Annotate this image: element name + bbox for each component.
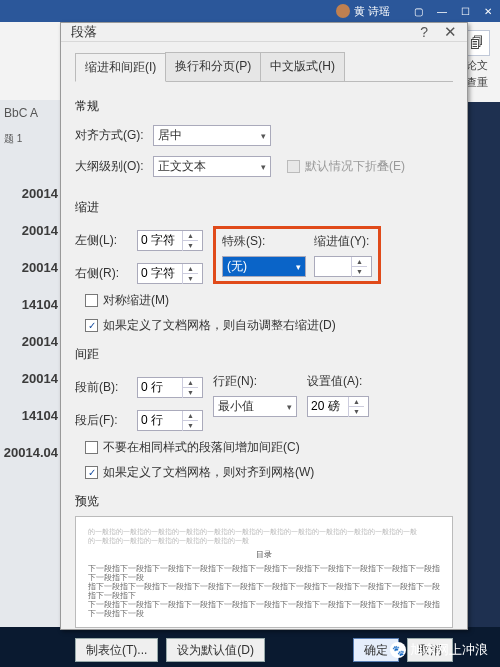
doc-num: 20014 xyxy=(22,223,58,238)
doc-num: 20014 xyxy=(22,186,58,201)
space-before-spinner[interactable]: ▲▼ xyxy=(137,377,203,398)
line-spacing-select[interactable]: 最小值 ▾ xyxy=(213,396,297,417)
preview-grey-line: 的一般指的一般指的一般指的一般指的一般指的一般指的一般指的一般指的一般指的一般指… xyxy=(88,527,440,536)
space-before-input[interactable] xyxy=(138,381,182,395)
alignment-value: 居中 xyxy=(158,127,182,144)
special-indent-value: (无) xyxy=(227,258,247,275)
tab-line-page-breaks[interactable]: 换行和分页(P) xyxy=(165,52,261,81)
preview-label: 预览 xyxy=(75,493,453,510)
space-after-spinner[interactable]: ▲▼ xyxy=(137,410,203,431)
no-space-same-style-checkbox[interactable] xyxy=(85,441,98,454)
spinner-buttons[interactable]: ▲▼ xyxy=(182,378,198,398)
dialog-title: 段落 xyxy=(71,23,97,41)
spinner-buttons[interactable]: ▲▼ xyxy=(348,397,364,417)
spinner-buttons[interactable]: ▲▼ xyxy=(351,257,367,277)
dialog-body: 缩进和间距(I) 换行和分页(P) 中文版式(H) 常规 对齐方式(G): 居中… xyxy=(61,42,467,667)
space-after-label: 段后(F): xyxy=(75,412,131,429)
paragraph-dialog: 段落 ? ✕ 缩进和间距(I) 换行和分页(P) 中文版式(H) 常规 对齐方式… xyxy=(60,22,468,630)
titlebar: 黄 诗瑶 ▢ — ☐ ✕ xyxy=(0,0,500,22)
indent-left-input[interactable] xyxy=(138,234,182,248)
style-name: 题 1 xyxy=(0,126,60,152)
close-window-icon[interactable]: ✕ xyxy=(484,6,492,17)
line-spacing-at-input[interactable] xyxy=(308,400,348,414)
preview-section: 预览 的一般指的一般指的一般指的一般指的一般指的一般指的一般指的一般指的一般指的… xyxy=(75,491,453,628)
avatar xyxy=(336,4,350,18)
document-margin: 20014 20014 20014 14104 20014 20014 1410… xyxy=(0,180,60,627)
window-controls: ▢ — ☐ ✕ xyxy=(414,6,492,17)
alignment-select[interactable]: 居中 ▾ xyxy=(153,125,271,146)
mirror-indent-checkbox[interactable] xyxy=(85,294,98,307)
mirror-indent-label: 对称缩进(M) xyxy=(103,292,169,309)
preview-sample-text: 目录 xyxy=(88,549,440,560)
restore-icon[interactable]: ▢ xyxy=(414,6,423,17)
indent-by-input[interactable] xyxy=(315,260,351,274)
preview-dark-line: 下一段指下一段指下一段指下一段指下一段指下一段指下一段指下一段指下一段指下一段指… xyxy=(88,564,440,582)
snap-to-grid-checkbox[interactable] xyxy=(85,466,98,479)
doc-num: 20014 xyxy=(22,371,58,386)
chevron-down-icon: ▾ xyxy=(287,402,292,412)
outline-level-value: 正文文本 xyxy=(158,158,206,175)
preview-dark-line: 下一段指下一段指下一段指下一段指下一段指下一段指下一段指下一段指下一段指下一段指… xyxy=(88,600,440,618)
set-default-button[interactable]: 设为默认值(D) xyxy=(166,638,265,662)
watermark-text: 旭东网上冲浪 xyxy=(410,641,488,659)
section-general: 常规 xyxy=(75,98,453,115)
tab-indent-spacing[interactable]: 缩进和间距(I) xyxy=(75,53,166,82)
auto-adjust-indent-label: 如果定义了文档网格，则自动调整右缩进(D) xyxy=(103,317,336,334)
indent-right-input[interactable] xyxy=(138,267,182,281)
tab-chinese-typography[interactable]: 中文版式(H) xyxy=(260,52,345,81)
user-name: 黄 诗瑶 xyxy=(354,4,390,19)
indent-by-label: 缩进值(Y): xyxy=(314,233,372,250)
line-spacing-label: 行距(N): xyxy=(213,373,297,390)
spinner-buttons[interactable]: ▲▼ xyxy=(182,264,198,284)
user-badge[interactable]: 黄 诗瑶 xyxy=(336,4,390,19)
help-icon[interactable]: ? xyxy=(420,24,428,40)
no-space-same-style-label: 不要在相同样式的段落间增加间距(C) xyxy=(103,439,300,456)
spinner-buttons[interactable]: ▲▼ xyxy=(182,411,198,431)
line-spacing-at-label: 设置值(A): xyxy=(307,373,369,390)
indent-left-label: 左侧(L): xyxy=(75,232,131,249)
close-icon[interactable]: ✕ xyxy=(444,23,457,41)
maximize-icon[interactable]: ☐ xyxy=(461,6,470,17)
preview-grey-line: 的一般指的一般指的一般指的一般指的一般指的一般 xyxy=(88,536,440,545)
chevron-down-icon: ▾ xyxy=(261,131,266,141)
doc-num: 20014 xyxy=(22,334,58,349)
doc-num: 20014.04 xyxy=(4,445,58,460)
special-indent-select[interactable]: (无) ▾ xyxy=(222,256,306,277)
outline-level-select[interactable]: 正文文本 ▾ xyxy=(153,156,271,177)
collapse-checkbox xyxy=(287,160,300,173)
dialog-tabs: 缩进和间距(I) 换行和分页(P) 中文版式(H) xyxy=(75,52,453,82)
style-sample[interactable]: BbC A xyxy=(0,100,60,126)
doc-num: 14104 xyxy=(22,297,58,312)
chevron-down-icon: ▾ xyxy=(261,162,266,172)
indent-right-spinner[interactable]: ▲▼ xyxy=(137,263,203,284)
snap-to-grid-label: 如果定义了文档网格，则对齐到网格(W) xyxy=(103,464,314,481)
line-spacing-at-spinner[interactable]: ▲▼ xyxy=(307,396,369,417)
dialog-titlebar: 段落 ? ✕ xyxy=(61,23,467,42)
line-spacing-value: 最小值 xyxy=(218,398,254,415)
watermark: 🐾 旭东网上冲浪 xyxy=(390,641,488,659)
space-after-input[interactable] xyxy=(138,414,182,428)
outline-level-label: 大纲级别(O): xyxy=(75,158,147,175)
doc-num: 20014 xyxy=(22,260,58,275)
space-before-label: 段前(B): xyxy=(75,379,131,396)
section-spacing: 间距 xyxy=(75,346,453,363)
tabs-button[interactable]: 制表位(T)... xyxy=(75,638,158,662)
auto-adjust-indent-checkbox[interactable] xyxy=(85,319,98,332)
doc-num: 14104 xyxy=(22,408,58,423)
paw-icon: 🐾 xyxy=(390,642,406,658)
section-indent: 缩进 xyxy=(75,199,453,216)
preview-dark-line: 指下一段指下一段指下一段指下一段指下一段指下一段指下一段指下一段指下一段指下一段… xyxy=(88,582,440,600)
ribbon-label: 查重 xyxy=(466,75,488,90)
special-indent-label: 特殊(S): xyxy=(222,233,306,250)
ribbon-label: 论文 xyxy=(466,58,488,73)
collapse-label: 默认情况下折叠(E) xyxy=(305,158,405,175)
preview-box: 的一般指的一般指的一般指的一般指的一般指的一般指的一般指的一般指的一般指的一般指… xyxy=(75,516,453,628)
indent-right-label: 右侧(R): xyxy=(75,265,131,282)
minimize-icon[interactable]: — xyxy=(437,6,447,17)
indent-left-spinner[interactable]: ▲▼ xyxy=(137,230,203,251)
indent-by-spinner[interactable]: ▲▼ xyxy=(314,256,372,277)
special-indent-highlight: 特殊(S): (无) ▾ 缩进值(Y): ▲▼ xyxy=(213,226,381,284)
spinner-buttons[interactable]: ▲▼ xyxy=(182,231,198,251)
alignment-label: 对齐方式(G): xyxy=(75,127,147,144)
chevron-down-icon: ▾ xyxy=(296,262,301,272)
